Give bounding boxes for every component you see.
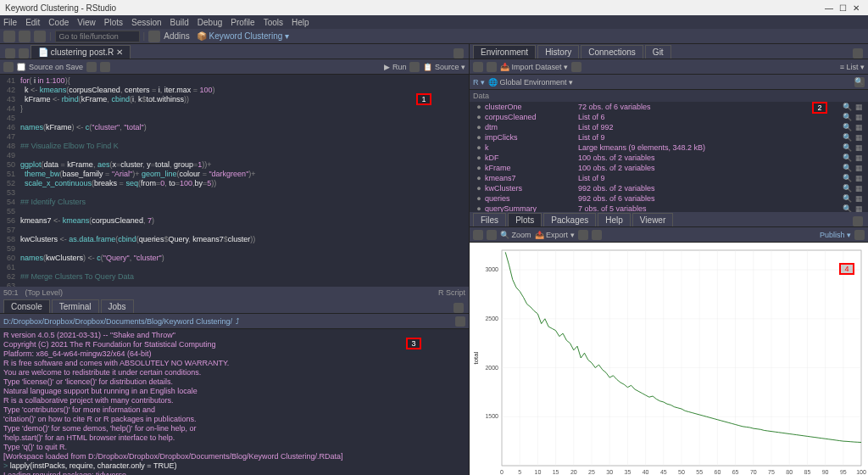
import-dataset-menu[interactable]: 📥 Import Dataset ▾ bbox=[500, 63, 568, 71]
scope-label[interactable]: (Top Level) bbox=[25, 288, 64, 297]
terminal-tab[interactable]: Terminal bbox=[52, 299, 99, 313]
svg-text:80: 80 bbox=[786, 469, 793, 475]
close-icon[interactable]: ✕ bbox=[849, 3, 863, 13]
clear-plots-icon[interactable] bbox=[592, 230, 602, 240]
git-tab[interactable]: Git bbox=[645, 45, 671, 59]
jobs-tab[interactable]: Jobs bbox=[101, 299, 134, 313]
svg-text:20: 20 bbox=[570, 469, 577, 475]
menu-tools[interactable]: Tools bbox=[264, 18, 283, 27]
export-menu[interactable]: 📤 Export ▾ bbox=[535, 231, 575, 239]
files-tab[interactable]: Files bbox=[473, 213, 506, 226]
svg-text:85: 85 bbox=[804, 469, 811, 475]
svg-text:2500: 2500 bbox=[485, 316, 498, 321]
menubar: FileEditCodeViewPlotsSessionBuildDebugPr… bbox=[0, 15, 868, 29]
zoom-button[interactable]: 🔍 Zoom bbox=[500, 231, 531, 239]
svg-text:0: 0 bbox=[500, 469, 504, 475]
forward-icon[interactable] bbox=[19, 48, 29, 59]
pane-options-icon[interactable] bbox=[853, 216, 863, 226]
svg-text:35: 35 bbox=[625, 469, 632, 475]
svg-text:45: 45 bbox=[660, 469, 667, 475]
clear-env-icon[interactable] bbox=[571, 62, 581, 72]
addins-menu[interactable]: Addins bbox=[164, 31, 190, 41]
open-file-icon[interactable] bbox=[19, 31, 31, 42]
annotation-4: 4 bbox=[839, 263, 854, 275]
find-icon[interactable] bbox=[86, 62, 97, 72]
console-tab[interactable]: Console bbox=[3, 299, 50, 313]
svg-text:100: 100 bbox=[856, 469, 866, 475]
new-file-icon[interactable] bbox=[3, 31, 15, 42]
editor-toolbar: Source on Save ▶ Run 📋 Source ▾ bbox=[0, 59, 469, 75]
prev-plot-icon[interactable] bbox=[473, 230, 483, 240]
code-editor[interactable]: 1 41for( i in 1:100){42 k <- kmeans(corp… bbox=[0, 75, 469, 287]
remove-plot-icon[interactable] bbox=[578, 230, 588, 240]
svg-text:1500: 1500 bbox=[485, 413, 498, 419]
menu-session[interactable]: Session bbox=[131, 18, 162, 27]
pane-options-icon[interactable] bbox=[853, 48, 863, 59]
history-tab[interactable]: History bbox=[537, 45, 579, 59]
cursor-position: 50:1 bbox=[3, 288, 19, 297]
menu-debug[interactable]: Debug bbox=[198, 18, 222, 27]
console-path[interactable]: D:/Dropbox/Dropbox/Dropbox/Documents/Blo… bbox=[3, 317, 232, 326]
plots-toolbar: 🔍 Zoom 📤 Export ▾ Publish ▾ bbox=[470, 227, 868, 243]
publish-button[interactable]: Publish ▾ bbox=[820, 231, 851, 239]
menu-file[interactable]: File bbox=[3, 18, 17, 27]
env-tabstrip: Environment History Connections Git bbox=[470, 44, 868, 59]
environment-tab[interactable]: Environment bbox=[473, 45, 536, 59]
menu-help[interactable]: Help bbox=[292, 18, 309, 27]
env-scope[interactable]: 🌐 Global Environment ▾ bbox=[488, 78, 573, 87]
save-file-icon[interactable] bbox=[3, 62, 14, 72]
save-workspace-icon[interactable] bbox=[487, 62, 497, 72]
svg-text:60: 60 bbox=[715, 469, 721, 475]
svg-text:95: 95 bbox=[840, 469, 847, 475]
annotation-2: 2 bbox=[812, 102, 827, 114]
maximize-icon[interactable]: ☐ bbox=[836, 3, 849, 13]
svg-text:3000: 3000 bbox=[485, 266, 498, 272]
environment-table[interactable]: 2 Data●clusterOne72 obs. of 6 variables🔍… bbox=[470, 90, 868, 212]
packages-tab[interactable]: Packages bbox=[543, 213, 596, 226]
svg-text:total: total bbox=[472, 351, 480, 364]
svg-text:10: 10 bbox=[535, 469, 542, 475]
help-tab[interactable]: Help bbox=[598, 213, 631, 226]
app-title: Keyword Clustering - RStudio bbox=[5, 3, 116, 13]
console-tabstrip: Console Terminal Jobs bbox=[0, 299, 469, 314]
language-label[interactable]: R Script bbox=[438, 288, 465, 297]
svg-text:75: 75 bbox=[768, 469, 775, 475]
project-menu[interactable]: 📦 Keyword Clustering ▾ bbox=[197, 31, 289, 41]
menu-view[interactable]: View bbox=[77, 18, 96, 27]
plots-tab[interactable]: Plots bbox=[508, 213, 542, 226]
svg-text:50: 50 bbox=[678, 469, 685, 475]
svg-text:25: 25 bbox=[588, 469, 595, 475]
menu-plots[interactable]: Plots bbox=[104, 18, 123, 27]
connections-tab[interactable]: Connections bbox=[581, 45, 643, 59]
rerun-icon[interactable] bbox=[409, 62, 420, 72]
save-icon[interactable] bbox=[34, 31, 46, 42]
source-button[interactable]: 📋 Source ▾ bbox=[423, 63, 465, 71]
back-icon[interactable] bbox=[5, 48, 15, 59]
list-view-menu[interactable]: ≡ List ▾ bbox=[840, 63, 865, 71]
menu-code[interactable]: Code bbox=[48, 18, 69, 27]
svg-text:90: 90 bbox=[822, 469, 829, 475]
tools-icon[interactable] bbox=[100, 62, 110, 72]
svg-text:55: 55 bbox=[696, 469, 703, 475]
pane-options-icon[interactable] bbox=[453, 48, 464, 59]
plots-tabstrip: Files Plots Packages Help Viewer bbox=[470, 212, 868, 227]
svg-text:2000: 2000 bbox=[485, 365, 498, 371]
editor-tab[interactable]: 📄 clustering post.R ✕ bbox=[31, 45, 131, 59]
clear-console-icon[interactable] bbox=[455, 316, 465, 327]
minimize-icon[interactable]: — bbox=[822, 3, 836, 13]
load-workspace-icon[interactable] bbox=[473, 62, 483, 72]
next-plot-icon[interactable] bbox=[487, 230, 497, 240]
goto-input[interactable]: Go to file/function bbox=[55, 31, 140, 42]
grid-icon[interactable] bbox=[148, 31, 160, 42]
menu-build[interactable]: Build bbox=[170, 18, 189, 27]
menu-profile[interactable]: Profile bbox=[231, 18, 254, 27]
refresh-icon[interactable] bbox=[854, 230, 865, 240]
source-on-save-checkbox[interactable] bbox=[17, 63, 25, 71]
run-button[interactable]: ▶ Run bbox=[384, 63, 406, 71]
menu-edit[interactable]: Edit bbox=[25, 18, 40, 27]
console-output[interactable]: 3 R version 4.0.5 (2021-03-31) -- "Shake… bbox=[0, 329, 469, 475]
editor-tabstrip: 📄 clustering post.R ✕ bbox=[0, 44, 469, 59]
search-icon[interactable]: 🔍 bbox=[854, 77, 865, 87]
viewer-tab[interactable]: Viewer bbox=[632, 213, 673, 226]
pane-options-icon[interactable] bbox=[453, 303, 464, 313]
